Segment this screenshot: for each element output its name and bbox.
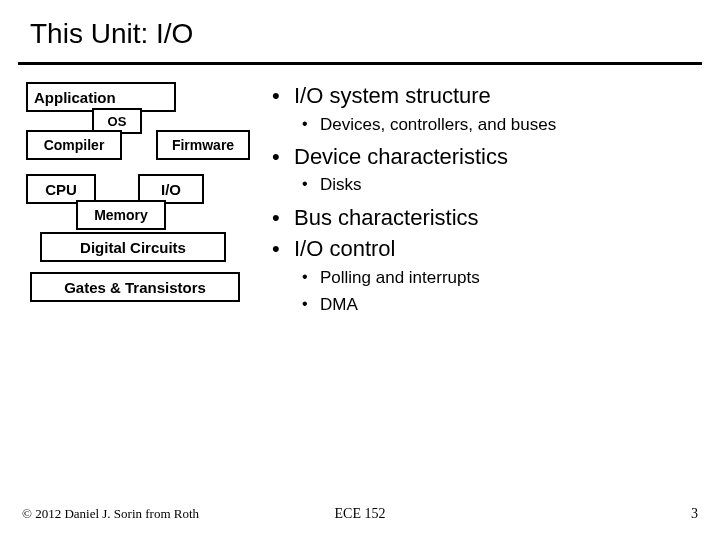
bullet-list: I/O system structure Devices, controller…	[272, 82, 702, 323]
label-io: I/O	[161, 181, 181, 198]
box-digital-circuits: Digital Circuits	[40, 232, 226, 262]
box-compiler: Compiler	[26, 130, 122, 160]
bullet-devices-controllers-buses: Devices, controllers, and buses	[300, 114, 702, 135]
slide: This Unit: I/O Application OS Compiler F…	[0, 0, 720, 540]
title-rule	[18, 62, 702, 65]
bullet-io-control: I/O control	[272, 235, 702, 263]
bullet-bus-characteristics: Bus characteristics	[272, 204, 702, 232]
layer-diagram: Application OS Compiler Firmware CPU I/O…	[26, 82, 250, 322]
footer-page-number: 3	[691, 506, 698, 522]
label-os: OS	[108, 114, 127, 129]
bullet-disks: Disks	[300, 174, 702, 195]
bullet-polling-interrupts: Polling and interrupts	[300, 267, 702, 288]
label-compiler: Compiler	[44, 137, 105, 153]
bullet-dma: DMA	[300, 294, 702, 315]
label-cpu: CPU	[45, 181, 77, 198]
label-digital: Digital Circuits	[80, 239, 186, 256]
label-firmware: Firmware	[172, 137, 234, 153]
bullet-io-structure: I/O system structure	[272, 82, 702, 110]
label-gates: Gates & Transistors	[64, 279, 206, 296]
slide-title: This Unit: I/O	[30, 18, 193, 50]
box-firmware: Firmware	[156, 130, 250, 160]
label-application: Application	[34, 89, 116, 106]
box-gates-transistors: Gates & Transistors	[30, 272, 240, 302]
bullet-device-characteristics: Device characteristics	[272, 143, 702, 171]
box-memory: Memory	[76, 200, 166, 230]
footer-course: ECE 152	[0, 506, 720, 522]
label-memory: Memory	[94, 207, 148, 223]
